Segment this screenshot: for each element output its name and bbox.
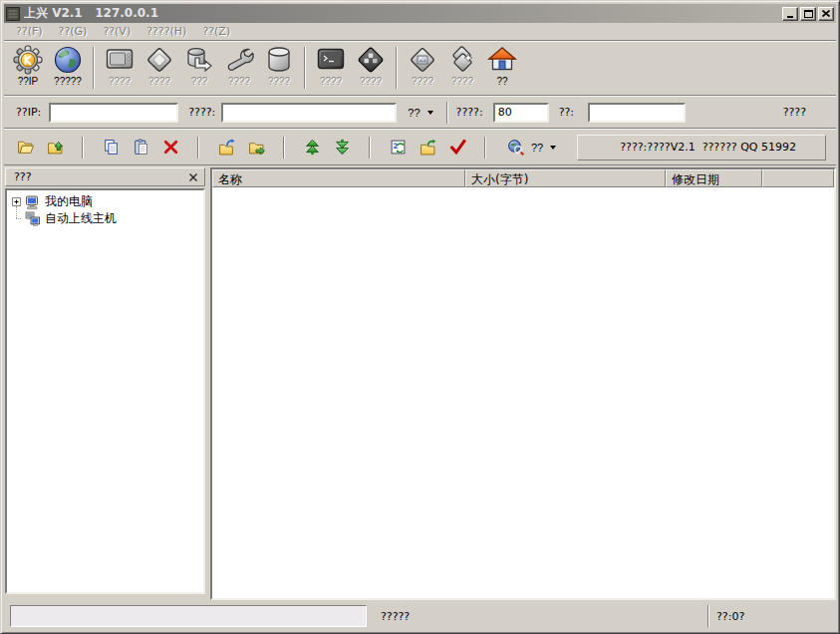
upload-folder-button[interactable] xyxy=(44,137,66,158)
terminal-button[interactable]: ???? xyxy=(312,45,350,93)
paste-button[interactable] xyxy=(130,137,151,158)
menu-about[interactable]: ??(Z) xyxy=(194,25,238,38)
web-query-button[interactable]: ????? xyxy=(49,45,87,93)
toolbar-separator xyxy=(369,137,371,158)
copy-button[interactable] xyxy=(100,137,122,158)
apply-button[interactable] xyxy=(446,137,468,158)
connect-dropdown-label: ?? xyxy=(408,107,420,119)
connect-toolbar: ??IP: ????: ?? ????: ??: ???? xyxy=(4,96,836,129)
folder-download-icon xyxy=(218,139,235,156)
tree-item-auto-online-hosts[interactable]: 自动上线主机 xyxy=(9,210,201,227)
connect-dropdown-button[interactable]: ?? xyxy=(403,103,437,123)
computer-icon xyxy=(25,194,41,210)
status-message: ????? xyxy=(381,610,410,623)
home-button[interactable]: ?? xyxy=(483,45,521,93)
keypad-button[interactable]: ???? xyxy=(352,45,390,93)
status-message-panel: ????? xyxy=(371,605,708,627)
search-dropdown-button[interactable]: ?? xyxy=(502,138,561,158)
minimize-button[interactable] xyxy=(782,7,798,21)
move-down-button[interactable] xyxy=(331,137,353,158)
refresh-icon: 2 xyxy=(390,139,407,156)
toolbar-separator xyxy=(484,137,486,158)
tree-item-label: 自动上线主机 xyxy=(45,210,117,227)
backup-button[interactable]: ??? xyxy=(180,45,218,93)
open-folder-button[interactable] xyxy=(14,137,36,158)
toolbar-label: ???? xyxy=(268,76,290,87)
status-count: ??:0? xyxy=(716,610,744,623)
toolbar-label: ???? xyxy=(109,76,131,87)
file-list-body[interactable] xyxy=(212,187,834,598)
keypad-diamond-icon xyxy=(356,45,386,75)
app-icon xyxy=(6,7,20,21)
toolbar-separator xyxy=(283,137,285,158)
terminal-icon xyxy=(316,45,346,75)
svg-text:2: 2 xyxy=(393,142,398,151)
close-icon xyxy=(822,10,830,17)
tree-panel: ??? xyxy=(4,167,206,600)
search-globe-icon xyxy=(507,139,524,156)
password-input[interactable] xyxy=(588,103,686,123)
disk-manage-button[interactable]: ???? xyxy=(140,45,178,93)
window-switch-button[interactable]: ???? xyxy=(443,45,481,93)
port-label: ????: xyxy=(456,106,483,119)
ip-input[interactable] xyxy=(49,103,178,123)
toolbar-label: ????? xyxy=(54,76,82,87)
chevron-down-icon xyxy=(427,111,433,115)
toolbar-separator xyxy=(396,47,398,89)
window-controls xyxy=(782,7,834,21)
cylinder-arrow-icon xyxy=(184,45,214,75)
refresh-button[interactable]: 2 xyxy=(387,137,409,158)
host-input[interactable] xyxy=(221,103,397,123)
move-up-button[interactable] xyxy=(301,137,323,158)
diamond-disk-icon xyxy=(144,45,174,75)
folder-export-icon xyxy=(248,139,265,156)
chevron-down-icon xyxy=(550,146,556,150)
menu-help[interactable]: ????(H) xyxy=(139,25,194,38)
ip-label: ??IP: xyxy=(16,106,41,119)
menu-view[interactable]: ??(V) xyxy=(95,25,139,38)
screen-view-button[interactable]: ???? xyxy=(101,45,139,93)
column-header-name[interactable]: 名称 xyxy=(212,169,465,187)
progress-panel xyxy=(10,605,367,627)
paste-icon xyxy=(133,139,149,156)
statusbar: ????? ??:0? xyxy=(4,600,836,630)
menu-file[interactable]: ??(F) xyxy=(8,25,51,38)
expand-plus-icon[interactable] xyxy=(12,197,21,206)
toolbar-separator xyxy=(93,47,95,89)
toolbar-label: ???? xyxy=(228,76,250,87)
maximize-button[interactable] xyxy=(800,7,816,21)
toolbar-label: ???? xyxy=(360,76,382,87)
tree-panel-close-button[interactable] xyxy=(186,170,200,183)
gear-icon xyxy=(13,45,43,75)
tree-connector xyxy=(12,210,21,227)
download-folder-button[interactable] xyxy=(215,137,237,158)
status-count-panel: ??:0? xyxy=(708,605,834,627)
column-header-date[interactable]: 修改日期 xyxy=(666,169,762,187)
image-view-button[interactable]: ???? xyxy=(404,45,441,93)
connect-extra-label: ???? xyxy=(783,106,806,119)
open-folder-icon xyxy=(17,139,34,156)
toolbar-label: ??? xyxy=(191,76,208,87)
column-header-extra[interactable] xyxy=(762,169,834,187)
toolbar-label: ?? xyxy=(496,76,507,87)
folder-up-icon xyxy=(47,139,64,156)
query-ip-button[interactable]: ??IP xyxy=(9,45,47,93)
port-input[interactable] xyxy=(493,103,549,123)
tree-item-label: 我的电脑 xyxy=(45,193,93,210)
file-listview: 名称 大小(字节) 修改日期 xyxy=(210,167,836,600)
search-dropdown-label: ?? xyxy=(531,142,543,154)
checkmark-icon xyxy=(449,139,466,156)
database-button[interactable]: ???? xyxy=(260,45,298,93)
close-button[interactable] xyxy=(818,7,834,21)
menu-manage[interactable]: ??(G) xyxy=(51,25,96,38)
tree-panel-header: ??? xyxy=(5,167,205,186)
delete-button[interactable] xyxy=(159,137,181,158)
column-header-size[interactable]: 大小(字节) xyxy=(465,169,666,187)
app-window: 上兴 V2.1 127.0.0.1 ??(F) ??(G) ??(V) ????… xyxy=(0,0,840,634)
monitor-icon xyxy=(105,45,135,75)
export-folder-button[interactable] xyxy=(245,137,267,158)
tree-item-my-computer[interactable]: 我的电脑 xyxy=(9,193,201,210)
tools-button[interactable]: ???? xyxy=(220,45,258,93)
globe-icon xyxy=(53,45,83,75)
open-target-button[interactable] xyxy=(417,137,438,158)
